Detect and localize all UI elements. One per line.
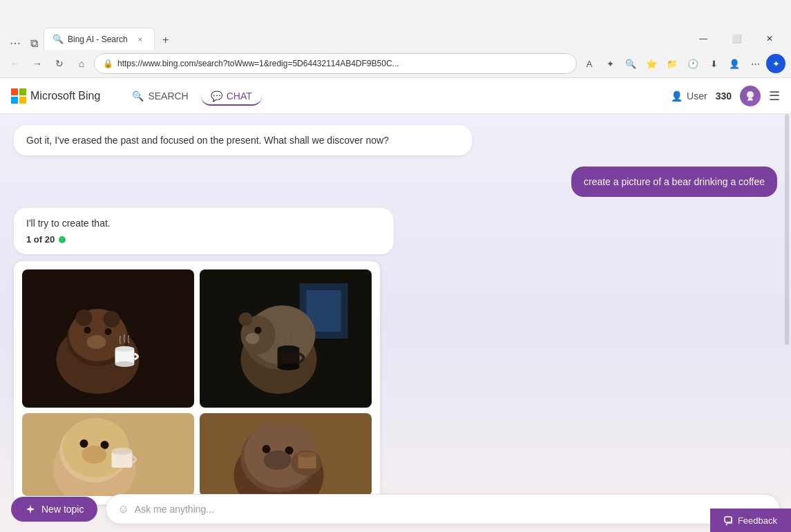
new-topic-button[interactable]: New topic <box>11 497 97 522</box>
tab-list-icon[interactable]: ⧉ <box>26 37 42 50</box>
forward-button[interactable]: → <box>28 54 47 73</box>
svg-rect-3 <box>19 97 26 104</box>
svg-point-30 <box>278 345 300 352</box>
bear-image-3[interactable] <box>22 413 194 496</box>
address-bar: ← → ↻ ⌂ 🔒 https://www.bing.com/search?to… <box>0 50 791 77</box>
feedback-button[interactable]: Feedback <box>710 509 791 532</box>
search-tab-icon: 🔍 <box>132 91 144 102</box>
scrollbar-thumb[interactable] <box>785 114 789 345</box>
svg-rect-1 <box>19 88 26 95</box>
svg-point-11 <box>84 327 91 334</box>
scrollbar-track[interactable] <box>784 114 790 498</box>
svg-rect-0 <box>11 88 18 95</box>
svg-point-31 <box>278 363 300 370</box>
svg-point-12 <box>105 328 112 335</box>
chat-tab[interactable]: 💬 CHAT <box>201 86 262 106</box>
svg-point-14 <box>76 310 93 326</box>
svg-point-47 <box>264 450 292 470</box>
image-grid <box>22 269 372 496</box>
new-topic-label: New topic <box>41 504 84 515</box>
user-area[interactable]: 👤 User <box>671 91 707 102</box>
chat-tab-icon: 💬 <box>211 91 222 102</box>
trophy-icon <box>745 91 756 102</box>
svg-point-40 <box>112 448 133 455</box>
header-right: 👤 User 330 ☰ <box>671 86 780 106</box>
user-icon: 👤 <box>671 91 683 102</box>
hamburger-menu[interactable]: ☰ <box>769 88 780 104</box>
bottom-bar: New topic ☺ Ask me anything... <box>0 486 791 532</box>
toolbar-icons: A ✦ 🔍 ⭐ 📁 🕐 ⬇ 👤 ⋯ ✦ <box>580 54 785 73</box>
user-label: User <box>687 91 707 102</box>
feedback-label: Feedback <box>738 515 777 526</box>
chat-messages: Got it, I've erased the past and focused… <box>0 114 791 532</box>
svg-rect-2 <box>11 97 18 104</box>
downloads-icon[interactable]: ⬇ <box>704 54 723 73</box>
back-button[interactable]: ← <box>6 54 25 73</box>
new-tab-button[interactable]: + <box>156 30 175 50</box>
bear-image-4[interactable] <box>200 413 372 496</box>
svg-point-50 <box>298 452 316 457</box>
tabs-bar: ⋯ ⧉ 🔍 Bing AI - Search × + — ⬜ ✕ <box>0 25 791 50</box>
tab-close-button[interactable]: × <box>135 34 146 45</box>
home-button[interactable]: ⌂ <box>72 54 91 73</box>
bear-image-1[interactable] <box>22 269 194 408</box>
bear-image-2[interactable] <box>200 269 372 408</box>
lock-icon: 🔒 <box>103 59 113 68</box>
more-button[interactable]: ⋯ <box>745 54 765 73</box>
image-results-card <box>14 261 380 504</box>
response-counter: 1 of 20 <box>26 234 381 245</box>
history-icon[interactable]: 🕐 <box>683 54 703 73</box>
chat-placeholder: Ask me anything... <box>135 504 768 515</box>
close-button[interactable]: ✕ <box>754 28 785 50</box>
extensions-icon[interactable]: ⋯ <box>6 37 25 50</box>
search-tab[interactable]: 🔍 SEARCH <box>122 86 198 106</box>
refresh-button[interactable]: ↻ <box>50 54 69 73</box>
svg-point-36 <box>80 439 88 448</box>
bot-response-message: I'll try to create that. 1 of 20 <box>14 208 394 254</box>
user-message-1: create a picture of a bear drinking a co… <box>571 167 777 197</box>
favorites-icon[interactable]: ⭐ <box>642 54 661 73</box>
translate-icon[interactable]: A <box>580 54 599 73</box>
url-bar[interactable]: 🔒 https://www.bing.com/search?toWww=1&re… <box>94 53 577 74</box>
minimize-button[interactable]: — <box>687 28 719 50</box>
copilot-sidebar-icon[interactable]: ✦ <box>766 54 785 73</box>
reader-icon[interactable]: ✦ <box>600 54 620 73</box>
status-dot <box>59 236 66 243</box>
bing-header: Microsoft Bing 🔍 SEARCH 💬 CHAT 👤 User 33… <box>0 78 791 114</box>
collections-icon[interactable]: 📁 <box>663 54 682 73</box>
user-message-text: create a picture of a bear drinking a co… <box>584 176 765 187</box>
counter-text: 1 of 20 <box>26 234 55 245</box>
svg-point-28 <box>239 312 253 326</box>
nav-tabs: 🔍 SEARCH 💬 CHAT <box>122 86 261 106</box>
svg-rect-51 <box>725 517 732 522</box>
tab-search-icon[interactable]: 🔍 <box>621 54 640 73</box>
svg-point-38 <box>82 446 107 464</box>
microsoft-logo <box>11 88 26 104</box>
score-badge: 330 <box>716 91 732 102</box>
sparkle-icon <box>25 504 36 515</box>
svg-point-26 <box>255 327 262 334</box>
tab-title: Bing AI - Search <box>68 35 128 44</box>
bing-logo: Microsoft Bing <box>11 88 100 104</box>
svg-rect-6 <box>747 99 753 101</box>
svg-point-17 <box>115 346 135 352</box>
bot-message-1: Got it, I've erased the past and focused… <box>14 125 472 155</box>
svg-point-15 <box>104 311 120 327</box>
bing-logo-text: Microsoft Bing <box>30 90 100 102</box>
chat-input-area[interactable]: ☺ Ask me anything... <box>106 494 780 524</box>
svg-point-45 <box>263 445 271 453</box>
score-value: 330 <box>716 91 732 102</box>
chat-container: Got it, I've erased the past and focused… <box>0 114 791 532</box>
feedback-icon <box>724 516 734 526</box>
reward-icon[interactable] <box>740 86 761 106</box>
svg-point-18 <box>115 361 135 367</box>
svg-point-27 <box>246 333 260 344</box>
bot-response-text: I'll try to create that. <box>26 218 111 229</box>
maximize-button[interactable]: ⬜ <box>721 28 752 50</box>
svg-point-13 <box>87 335 106 349</box>
profile-icon[interactable]: 👤 <box>725 54 744 73</box>
bot-message-text-1: Got it, I've erased the past and focused… <box>26 135 389 146</box>
active-tab[interactable]: 🔍 Bing AI - Search × <box>44 28 155 50</box>
url-text: https://www.bing.com/search?toWww=1&redi… <box>117 59 568 68</box>
svg-rect-5 <box>748 98 752 99</box>
